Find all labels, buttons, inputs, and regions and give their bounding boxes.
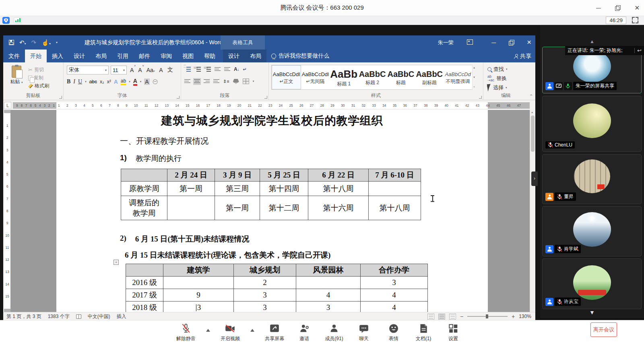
redo-icon[interactable]: ↷ <box>31 39 37 45</box>
table-cell[interactable] <box>121 169 167 182</box>
table-cell[interactable]: 调整后的 教学周 <box>121 196 167 220</box>
participant-tile[interactable]: 董昇 <box>542 154 642 204</box>
minimize-icon[interactable] <box>596 5 601 11</box>
zoom-level[interactable]: 130% <box>519 314 531 319</box>
touch-mode-icon[interactable]: ☝▾ <box>41 39 51 45</box>
table-cell[interactable]: 2018 级 <box>126 302 163 312</box>
tab-table-layout[interactable]: 布局 <box>245 50 266 62</box>
find-button[interactable]: 查找▾ <box>487 66 508 73</box>
paste-button[interactable]: 粘贴 ▾ <box>7 66 26 85</box>
leave-meeting-button[interactable]: 离开会议 <box>590 322 617 337</box>
shading-icon[interactable] <box>233 79 239 84</box>
sort-icon[interactable]: A <box>234 66 239 72</box>
table-cell[interactable]: 3 <box>296 302 361 312</box>
word-restore-icon[interactable] <box>509 40 514 45</box>
style-heading2[interactable]: AaBbC标题 2 <box>358 65 387 89</box>
language-status[interactable]: 中文(中国) <box>88 313 110 320</box>
table-cell[interactable]: 2 <box>234 277 296 289</box>
print-layout-icon[interactable] <box>438 314 445 320</box>
web-layout-icon[interactable] <box>449 314 456 320</box>
tab-selector-icon[interactable]: L <box>4 102 11 109</box>
table-cell[interactable]: 建筑学 <box>163 264 234 277</box>
tab-home[interactable]: 开始 <box>25 50 47 62</box>
underline-caret-icon[interactable]: ▾ <box>85 80 87 83</box>
participant-tile[interactable]: 肖学斌 <box>542 206 642 256</box>
tab-layout[interactable]: 布局 <box>90 50 112 62</box>
undo-icon[interactable]: ↶▾ <box>19 39 26 45</box>
table-cell[interactable]: 6 月 22 日 <box>308 169 369 182</box>
bullets-icon[interactable] <box>184 66 191 72</box>
styles-gallery-scroll[interactable]: ▴▾▿ <box>472 65 476 90</box>
security-shield-icon[interactable] <box>2 17 10 24</box>
word-count[interactable]: 1383 个字 <box>48 313 70 320</box>
table-cell[interactable]: 2017 级 <box>126 289 163 302</box>
mic-options-caret-icon[interactable] <box>206 329 210 332</box>
font-dialog-launcher-icon[interactable] <box>177 96 180 99</box>
participant-tile[interactable]: 许从宝 <box>542 258 642 309</box>
word-close-icon[interactable] <box>526 40 532 45</box>
docs-button[interactable]: 文档(1) <box>414 323 433 342</box>
table-cell[interactable]: 7 月 6-10 日 <box>369 169 421 182</box>
word-minimize-icon[interactable] <box>491 40 497 45</box>
font-color-caret-icon[interactable]: ▾ <box>140 80 142 83</box>
table-cell[interactable]: 第十二周 <box>260 196 308 220</box>
table-cell[interactable] <box>126 264 163 277</box>
superscript-button[interactable]: x² <box>107 79 111 85</box>
start-video-button[interactable]: 开启视频 <box>221 323 240 342</box>
table-cell[interactable]: 3 <box>163 302 234 312</box>
table-cell[interactable]: 3 <box>361 277 428 289</box>
table-move-handle-icon[interactable]: + <box>114 260 119 265</box>
save-icon[interactable] <box>9 40 14 45</box>
tab-file[interactable]: 文件 <box>3 50 25 62</box>
table-cell[interactable] <box>163 277 234 289</box>
table-cell[interactable] <box>296 277 361 289</box>
table-cell[interactable]: 风景园林 <box>296 264 361 277</box>
emoji-button[interactable]: 表情 <box>384 323 403 342</box>
table-cell[interactable]: 第十四周 <box>260 182 308 196</box>
table-cell[interactable]: 第十六周 <box>308 196 369 220</box>
highlight-button[interactable]: ab <box>121 78 126 85</box>
increase-indent-icon[interactable] <box>224 67 230 72</box>
tab-help[interactable]: 帮助 <box>199 50 221 62</box>
unmute-button[interactable]: 解除静音 <box>176 323 196 342</box>
table-cell[interactable]: 第一周 <box>215 196 260 220</box>
document-page[interactable]: 建筑与城乡规划学院学生返校后的教学组织 一、开课程教学开展情况 1)教学周的执行… <box>56 110 488 312</box>
strikethrough-button[interactable]: abc <box>89 79 97 85</box>
style-title[interactable]: AaBbC标题 <box>386 65 415 89</box>
borders-icon[interactable] <box>243 78 249 84</box>
tab-table-design[interactable]: 设计 <box>223 50 245 62</box>
table-cell[interactable]: 3 <box>234 289 296 302</box>
bold-button[interactable]: B <box>67 78 70 85</box>
qat-customize-icon[interactable]: ▾ <box>56 41 58 44</box>
insert-mode-status[interactable]: 插入 <box>117 313 126 320</box>
table-cell[interactable] <box>167 196 215 220</box>
justify-icon[interactable] <box>213 79 219 84</box>
format-painter-button[interactable]: 格式刷 <box>28 83 49 89</box>
change-case-button[interactable]: Aa▾ <box>145 66 156 74</box>
restore-icon[interactable] <box>615 5 621 11</box>
settings-button[interactable]: 设置 <box>444 323 463 342</box>
table-cell[interactable]: 第十八周 <box>308 182 369 196</box>
tab-mailings[interactable]: 邮件 <box>134 50 155 62</box>
participant-tile[interactable]: ChenLU <box>542 96 642 152</box>
table-cell[interactable] <box>369 182 421 196</box>
style-heading1[interactable]: AaBb标题 1 <box>330 65 358 89</box>
proofing-icon[interactable] <box>76 314 81 319</box>
font-size-combo[interactable]: 11▾ <box>111 66 127 74</box>
style-subtitle[interactable]: AaBbC副标题 <box>415 65 444 89</box>
close-icon[interactable] <box>634 5 640 11</box>
shrink-font-button[interactable]: A˅ <box>137 66 143 74</box>
table-cell[interactable]: 3 <box>234 302 296 312</box>
table-cell[interactable]: 2 月 24 日 <box>167 169 215 182</box>
text-effects-button[interactable]: A <box>114 78 118 85</box>
table-cell[interactable]: 4 <box>296 289 361 302</box>
sidebar-collapse-handle[interactable]: › <box>531 171 538 186</box>
styles-dialog-launcher-icon[interactable] <box>479 96 482 99</box>
highlight-caret-icon[interactable]: ▾ <box>129 80 130 83</box>
zoom-slider[interactable] <box>467 316 508 317</box>
tab-insert[interactable]: 插入 <box>47 50 68 62</box>
character-shading-button[interactable]: A <box>144 78 149 85</box>
subscript-button[interactable]: x₂ <box>100 79 104 85</box>
table-cell[interactable]: 合作办学 <box>361 264 428 277</box>
share-button[interactable]: 共享 <box>514 50 531 62</box>
